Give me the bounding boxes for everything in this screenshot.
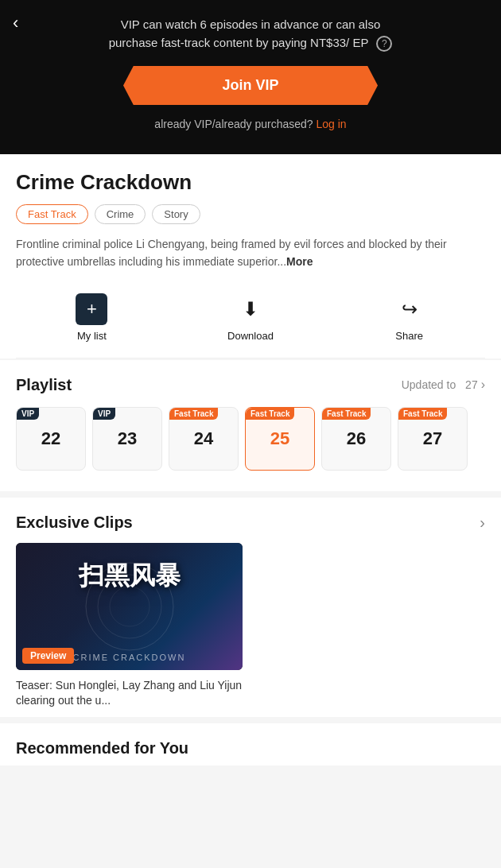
already-vip-text: already VIP/already purchased? Log in	[32, 118, 469, 130]
exclusive-clips-chevron[interactable]: ›	[480, 513, 485, 532]
episode-badge-22: VIP	[17, 408, 39, 420]
actions-bar: + My list ⬇ Download ↪ Share	[16, 285, 485, 358]
mylist-label: My list	[77, 330, 107, 342]
episode-card-25[interactable]: Fast Track 25	[245, 407, 315, 471]
playlist-chevron: ›	[481, 378, 485, 392]
episode-badge-23: VIP	[93, 408, 115, 420]
clip-show-subtitle: CRIME CRACKDOWN	[73, 653, 186, 662]
content-section: Crime Crackdown Fast Track Crime Story F…	[0, 154, 501, 358]
clip-description: Teaser: Sun Honglei, Lay Zhang and Liu Y…	[16, 678, 243, 709]
download-icon: ⬇	[235, 293, 266, 325]
show-title: Crime Crackdown	[16, 170, 485, 195]
clip-thumbnail: 扫黑风暴 CRIME CRACKDOWN Preview	[16, 543, 243, 670]
episode-num-22: 22	[41, 428, 60, 449]
playlist-section: Playlist Updated to 27 › VIP 22 VIP 23 F…	[0, 360, 501, 491]
updated-to[interactable]: Updated to 27 ›	[402, 378, 485, 392]
show-description: Frontline criminal police Li Chengyang, …	[16, 235, 485, 271]
episode-card-26[interactable]: Fast Track 26	[321, 407, 391, 471]
recommended-section: Recommended for You	[0, 723, 501, 765]
episodes-list: VIP 22 VIP 23 Fast Track 24 Fast Track 2…	[16, 407, 485, 483]
episode-num-25: 25	[270, 428, 289, 449]
recommended-title: Recommended for You	[16, 739, 485, 758]
mylist-button[interactable]: + My list	[76, 293, 107, 342]
clip-card[interactable]: 扫黑风暴 CRIME CRACKDOWN Preview Teaser: Sun…	[16, 543, 243, 709]
tag-fasttrack[interactable]: Fast Track	[16, 204, 88, 224]
episode-num-27: 27	[423, 428, 442, 449]
playlist-header: Playlist Updated to 27 ›	[16, 376, 485, 394]
share-icon: ↪	[394, 293, 425, 325]
vip-description: VIP can watch 6 episodes in advance or c…	[32, 16, 469, 52]
download-button[interactable]: ⬇ Download	[227, 293, 274, 342]
tag-story[interactable]: Story	[152, 204, 200, 224]
clip-chinese-title: 扫黑风暴	[79, 559, 181, 594]
share-label: Share	[395, 330, 423, 342]
episode-card-24[interactable]: Fast Track 24	[169, 407, 239, 471]
login-link[interactable]: Log in	[316, 118, 346, 130]
exclusive-clips-title: Exclusive Clips	[16, 513, 133, 532]
preview-badge: Preview	[22, 648, 74, 664]
exclusive-clips-section: Exclusive Clips › 扫黑风暴 CRIME CRACKDOWN P…	[0, 498, 501, 717]
episode-num-23: 23	[118, 428, 137, 449]
more-button[interactable]: More	[286, 255, 313, 268]
back-button[interactable]: ‹	[13, 13, 18, 33]
tags-container: Fast Track Crime Story	[16, 204, 485, 224]
episode-badge-27: Fast Track	[398, 408, 447, 420]
mylist-icon: +	[76, 293, 107, 325]
episode-card-27[interactable]: Fast Track 27	[398, 407, 468, 471]
episode-num-24: 24	[194, 428, 213, 449]
share-button[interactable]: ↪ Share	[394, 293, 425, 342]
episode-card-23[interactable]: VIP 23	[92, 407, 162, 471]
download-label: Download	[227, 330, 274, 342]
playlist-title: Playlist	[16, 376, 72, 394]
episode-badge-24: Fast Track	[169, 408, 218, 420]
episode-card-22[interactable]: VIP 22	[16, 407, 86, 471]
exclusive-clips-header: Exclusive Clips ›	[16, 513, 485, 532]
vip-banner: ‹ VIP can watch 6 episodes in advance or…	[0, 0, 501, 154]
help-icon[interactable]: ?	[376, 36, 392, 52]
episode-badge-25: Fast Track	[246, 408, 294, 420]
tag-crime[interactable]: Crime	[95, 204, 146, 224]
episode-badge-26: Fast Track	[322, 408, 371, 420]
episode-num-26: 26	[347, 428, 366, 449]
join-vip-button[interactable]: Join VIP	[123, 66, 378, 105]
